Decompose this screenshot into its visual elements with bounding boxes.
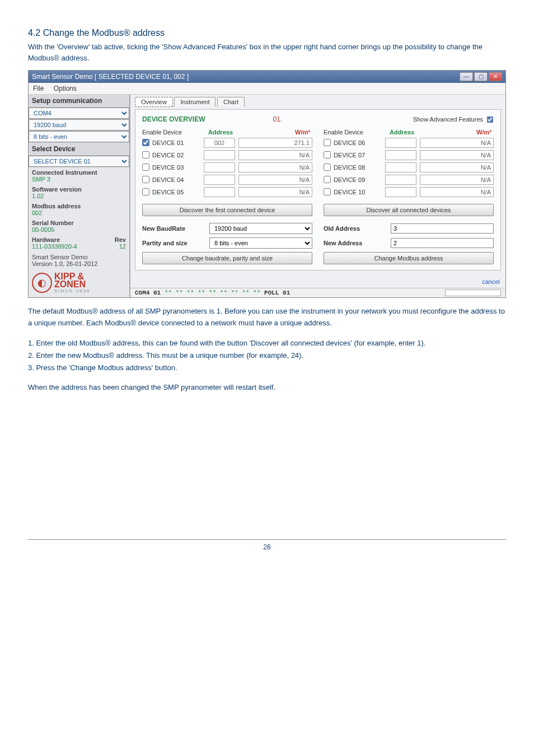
new-address-input[interactable] bbox=[391, 238, 494, 248]
hardware-label: Hardware bbox=[32, 236, 60, 243]
menubar: File Options bbox=[29, 83, 505, 95]
step-2: 2. Enter the new Modbus® address. This m… bbox=[28, 349, 506, 362]
partity-select[interactable]: 8 bits - even bbox=[209, 237, 312, 249]
tab-instrument[interactable]: Instrument bbox=[174, 97, 216, 106]
parity-select[interactable]: 8 bits - even bbox=[29, 131, 129, 142]
select-device-header: Select Device bbox=[29, 143, 129, 156]
discover-first-button[interactable]: Discover the first connected device bbox=[142, 204, 312, 216]
device-address-field[interactable] bbox=[385, 187, 416, 197]
page-number: 26 bbox=[263, 543, 270, 551]
address-header-r: Address bbox=[385, 129, 419, 136]
modbus-address-label: Modbus address bbox=[29, 201, 129, 209]
device-address-field[interactable] bbox=[204, 187, 235, 197]
new-baud-label: New BaudRate bbox=[142, 225, 209, 232]
cancel-link[interactable]: cancel bbox=[482, 278, 500, 285]
menu-file[interactable]: File bbox=[33, 85, 44, 92]
section-heading: 4.2 Change the Modbus® address bbox=[28, 28, 506, 38]
step-3: 3. Press the 'Change Modbus address' but… bbox=[28, 362, 506, 374]
device-value-field: N/A bbox=[420, 187, 494, 197]
main-panel: Overview Instrument Chart DEVICE OVERVIE… bbox=[130, 95, 505, 297]
device-value-field: N/A bbox=[238, 187, 312, 197]
device-col-right: Enable Device Address W/m² DEVICE 06N/AD… bbox=[324, 129, 494, 199]
tab-overview[interactable]: Overview bbox=[135, 97, 173, 107]
device-enable-checkbox[interactable] bbox=[324, 188, 331, 195]
device-enable-checkbox[interactable] bbox=[324, 176, 331, 183]
menu-options[interactable]: Options bbox=[54, 85, 77, 92]
device-row: DEVICE 10N/A bbox=[324, 187, 494, 197]
device-value-field: N/A bbox=[420, 162, 494, 172]
device-name: DEVICE 06 bbox=[334, 139, 385, 146]
software-version-value: 1.02 bbox=[29, 193, 129, 201]
device-value-field: N/A bbox=[238, 175, 312, 185]
step-1: 1. Enter the old Modbus® address, this c… bbox=[28, 337, 506, 349]
old-address-input[interactable] bbox=[391, 223, 494, 234]
device-row: DEVICE 03N/A bbox=[142, 162, 312, 172]
device-enable-checkbox[interactable] bbox=[142, 188, 149, 195]
device-address-field[interactable] bbox=[204, 150, 235, 160]
logo-line2: ZONEN bbox=[54, 281, 90, 288]
tab-chart[interactable]: Chart bbox=[217, 97, 245, 106]
device-value-field: N/A bbox=[238, 150, 312, 160]
device-number: 01. bbox=[255, 115, 300, 123]
device-enable-checkbox[interactable] bbox=[142, 139, 149, 146]
sidebar: Setup communication COM4 19200 baud 8 bi… bbox=[29, 95, 130, 297]
device-enable-checkbox[interactable] bbox=[142, 151, 149, 158]
device-address-field[interactable] bbox=[385, 138, 416, 148]
change-baud-button[interactable]: Change baudrate, parity and size bbox=[142, 252, 312, 264]
device-value-field: N/A bbox=[420, 138, 494, 148]
device-address-field[interactable] bbox=[385, 175, 416, 185]
status-com: COM4 01 bbox=[135, 290, 165, 296]
titlebar: Smart Sensor Demo [ SELECTED DEVICE 01, … bbox=[29, 71, 505, 83]
demo-name: Smart Sensor Demo bbox=[32, 254, 126, 260]
device-address-field[interactable] bbox=[204, 162, 235, 172]
intro-text: With the 'Overview' tab active, ticking … bbox=[28, 41, 506, 63]
device-name: DEVICE 03 bbox=[152, 164, 204, 171]
brand-logo: ◐ KIPP & ZONEN SINCE 1830 bbox=[29, 269, 129, 296]
device-enable-checkbox[interactable] bbox=[142, 164, 149, 171]
hardware-value: 111-03338920-4 bbox=[32, 243, 77, 250]
device-name: DEVICE 09 bbox=[334, 176, 385, 183]
close-icon[interactable]: ✕ bbox=[489, 72, 502, 81]
device-row: DEVICE 02N/A bbox=[142, 150, 312, 160]
device-address-field[interactable] bbox=[385, 150, 416, 160]
device-overview-title: DEVICE OVERVIEW bbox=[142, 115, 255, 123]
device-enable-checkbox[interactable] bbox=[324, 139, 331, 146]
wm2-header: W/m² bbox=[237, 129, 312, 136]
device-address-field[interactable] bbox=[204, 175, 235, 185]
device-name: DEVICE 04 bbox=[152, 176, 204, 183]
device-enable-checkbox[interactable] bbox=[324, 151, 331, 158]
device-enable-checkbox[interactable] bbox=[142, 176, 149, 183]
device-name: DEVICE 01 bbox=[152, 139, 204, 146]
device-row: DEVICE 07N/A bbox=[324, 150, 494, 160]
enable-device-header-r: Enable Device bbox=[324, 129, 385, 136]
logo-line3: SINCE 1830 bbox=[54, 289, 90, 293]
baud-select[interactable]: 19200 baud bbox=[29, 119, 129, 130]
device-row: DEVICE 09N/A bbox=[324, 175, 494, 185]
device-name: DEVICE 02 bbox=[152, 152, 204, 158]
status-poll: POLL 01 bbox=[264, 290, 290, 296]
app-window: Smart Sensor Demo [ SELECTED DEVICE 01, … bbox=[28, 70, 506, 298]
device-select[interactable]: SELECT DEVICE 01 bbox=[29, 156, 129, 167]
device-row: DEVICE 06N/A bbox=[324, 138, 494, 148]
device-enable-checkbox[interactable] bbox=[324, 164, 331, 171]
connected-instrument-label: Connected Instrument bbox=[29, 167, 129, 176]
steps-list: 1. Enter the old Modbus® address, this c… bbox=[28, 337, 506, 374]
show-advanced-checkbox[interactable] bbox=[487, 116, 494, 123]
minimize-icon[interactable]: — bbox=[460, 72, 473, 81]
device-value-field: 271.1 bbox=[238, 138, 312, 148]
new-baud-select[interactable]: 19200 baud bbox=[209, 223, 312, 234]
device-address-field[interactable] bbox=[385, 162, 416, 172]
setup-communication-header: Setup communication bbox=[29, 95, 129, 108]
old-address-label: Old Address bbox=[324, 225, 391, 232]
device-address-field[interactable]: 002 bbox=[204, 138, 235, 148]
discover-all-button[interactable]: Discover all connected devices bbox=[324, 204, 494, 216]
serial-number-label: Serial Number bbox=[29, 218, 129, 226]
device-row: DEVICE 08N/A bbox=[324, 162, 494, 172]
com-port-select[interactable]: COM4 bbox=[29, 108, 129, 119]
connected-instrument-value: SMP 3 bbox=[29, 176, 129, 184]
change-modbus-button[interactable]: Change Modbus address bbox=[324, 252, 494, 264]
wm2-header-r: W/m² bbox=[419, 129, 494, 136]
serial-number-value: 00-0005 bbox=[29, 226, 129, 235]
maximize-icon[interactable]: ▢ bbox=[474, 72, 488, 81]
modbus-address-value: 002 bbox=[29, 209, 129, 218]
